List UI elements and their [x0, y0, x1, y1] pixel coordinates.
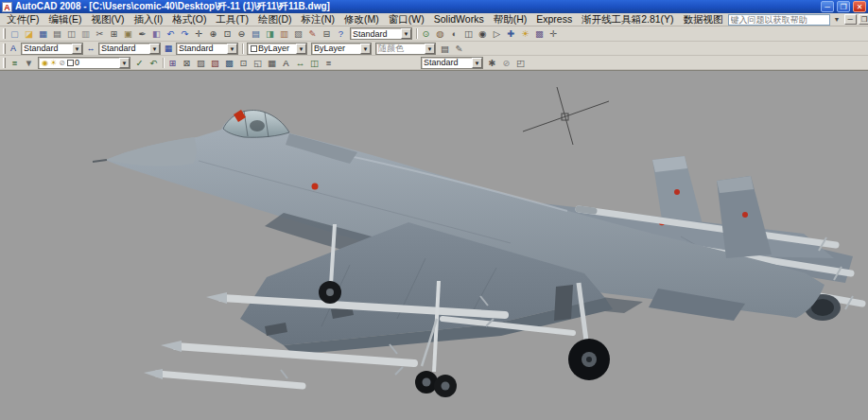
menu-item[interactable]: 插入(I) — [129, 13, 167, 26]
help-icon[interactable]: ? — [334, 27, 348, 41]
redo-icon[interactable]: ↷ — [178, 27, 192, 41]
properties-icon[interactable]: ▤ — [249, 27, 263, 41]
hatch-icon[interactable]: ▧ — [208, 56, 222, 69]
toolbar-grip[interactable] — [3, 28, 6, 39]
camera-icon[interactable]: ◉ — [476, 27, 490, 41]
insert-block-icon[interactable]: ⊞ — [165, 56, 180, 69]
layer-previous-icon[interactable]: ↶ — [147, 56, 161, 69]
dropdown-arrow-icon[interactable]: ▼ — [227, 44, 237, 54]
properties-palette-icon[interactable]: ▤ — [438, 42, 452, 55]
dim-style-combo[interactable]: Standard ▼ — [98, 43, 161, 55]
layer-on-icon[interactable]: ◉ — [41, 59, 49, 67]
menu-item[interactable]: 文件(F) — [2, 13, 43, 26]
region-icon[interactable]: ◱ — [251, 56, 265, 69]
tool-palettes-icon[interactable]: ▥ — [277, 27, 291, 41]
menu-item[interactable]: Express — [531, 13, 577, 26]
3d-orbit-icon[interactable]: ⊙ — [419, 27, 433, 41]
3d-move-icon[interactable]: ✛ — [547, 27, 561, 41]
menu-item[interactable]: 数据视图 — [679, 13, 728, 26]
menu-item[interactable]: 渐开线工具箱2.81(Y) — [577, 13, 678, 26]
dropdown-arrow-icon[interactable]: ▼ — [472, 58, 482, 68]
gradient-icon[interactable]: ▩ — [222, 56, 236, 69]
menu-item[interactable]: 格式(O) — [167, 13, 211, 26]
motion-path-icon[interactable]: ▷ — [490, 27, 504, 41]
cut-icon[interactable]: ✂ — [93, 27, 107, 41]
drawing-viewport[interactable] — [0, 70, 868, 420]
undo-icon[interactable]: ↶ — [164, 27, 178, 41]
lock-ui-icon[interactable]: ⊘ — [499, 56, 513, 69]
boundary-icon[interactable]: ⊡ — [236, 56, 251, 69]
clean-screen-icon[interactable]: ◰ — [513, 56, 528, 69]
list-icon[interactable]: ≡ — [321, 56, 336, 69]
menu-item[interactable]: 绘图(D) — [253, 13, 297, 26]
doc-restore-button[interactable]: ❐ — [859, 14, 868, 25]
designcenter-icon[interactable]: ◨ — [263, 27, 277, 41]
menu-item[interactable]: 修改(M) — [339, 13, 384, 26]
save-icon[interactable]: ▦ — [36, 27, 50, 41]
pan-icon[interactable]: ✛ — [192, 27, 206, 41]
dropdown-arrow-icon[interactable]: ▼ — [296, 44, 306, 54]
menu-item[interactable]: 标注(N) — [297, 13, 340, 26]
layer-filters-icon[interactable]: ▼ — [22, 56, 36, 69]
style-manager-icon[interactable]: ✎ — [452, 42, 466, 55]
area-icon[interactable]: ◫ — [307, 56, 321, 69]
close-button[interactable]: ✕ — [853, 1, 866, 12]
sun-properties-icon[interactable]: ☀ — [518, 27, 532, 41]
zoom-window-icon[interactable]: ⊡ — [220, 27, 234, 41]
markup-set-manager-icon[interactable]: ✎ — [305, 27, 320, 41]
zoom-previous-icon[interactable]: ⊖ — [234, 27, 249, 41]
mtext-icon[interactable]: A — [279, 56, 293, 69]
menu-item[interactable]: 窗口(W) — [384, 13, 429, 26]
dropdown-arrow-icon[interactable]: ▼ — [119, 58, 130, 68]
toolbar-grip[interactable] — [3, 44, 6, 54]
dropdown-arrow-icon[interactable]: ▼ — [360, 44, 371, 54]
layer-properties-manager-icon[interactable]: ≡ — [8, 56, 22, 69]
image-attach-icon[interactable]: ▨ — [194, 56, 208, 69]
toolbar-grip[interactable] — [3, 58, 6, 68]
table-icon[interactable]: ▦ — [265, 56, 279, 69]
zoom-realtime-icon[interactable]: ⊕ — [206, 27, 220, 41]
color-control-combo[interactable]: ByLayer ▼ — [247, 43, 307, 55]
secondary-workspace-combo[interactable]: Standard ▼ — [421, 57, 483, 69]
open-icon[interactable]: ◪ — [22, 27, 36, 41]
menu-item[interactable]: 视图(V) — [86, 13, 129, 26]
help-search-input[interactable] — [728, 14, 830, 26]
quickcalc-icon[interactable]: ⊟ — [320, 27, 334, 41]
dropdown-arrow-icon[interactable]: ▼ — [425, 44, 435, 54]
dropdown-arrow-icon[interactable]: ▼ — [149, 44, 160, 54]
table-style-combo[interactable]: Standard ▼ — [176, 43, 238, 55]
plot-preview-icon[interactable]: ◫ — [64, 27, 78, 41]
text-style-combo[interactable]: Standard ▼ — [21, 43, 83, 55]
match-properties-icon[interactable]: ✒ — [135, 27, 149, 41]
walk-icon[interactable]: ✚ — [504, 27, 518, 41]
copy-icon[interactable]: ⊞ — [107, 27, 121, 41]
menu-item[interactable]: 帮助(H) — [489, 13, 532, 26]
workspace-settings-icon[interactable]: ✱ — [485, 56, 499, 69]
linetype-control-combo[interactable]: ByLayer ▼ — [311, 43, 372, 55]
plotstyle-control-combo[interactable]: 随颜色 ▼ — [375, 43, 436, 55]
paste-icon[interactable]: ▣ — [121, 27, 135, 41]
workspace-combo[interactable]: Standard ▼ — [350, 27, 412, 40]
menu-item[interactable]: 编辑(E) — [43, 13, 86, 26]
block-editor-icon[interactable]: ◧ — [149, 27, 164, 41]
publish-icon[interactable]: ▥ — [78, 27, 93, 41]
qnew-icon[interactable]: ▢ — [8, 27, 22, 41]
named-views-icon[interactable]: ◫ — [461, 27, 476, 41]
help-search-chevron-icon[interactable]: ▼ — [832, 16, 842, 23]
minimize-button[interactable]: ─ — [821, 1, 834, 12]
restore-button[interactable]: ❐ — [837, 1, 850, 12]
layer-lock-icon[interactable]: ⊘ — [58, 59, 66, 67]
visual-styles-icon[interactable]: ◐ — [447, 27, 461, 41]
menu-item[interactable]: 工具(T) — [212, 13, 253, 26]
dropdown-arrow-icon[interactable]: ▼ — [401, 28, 411, 39]
render-icon[interactable]: ◍ — [433, 27, 447, 41]
sheetset-manager-icon[interactable]: ▧ — [291, 27, 305, 41]
distance-icon[interactable]: ↔ — [293, 56, 307, 69]
xref-icon[interactable]: ⊠ — [180, 56, 194, 69]
make-object-layer-current-icon[interactable]: ✓ — [132, 56, 147, 69]
menu-item[interactable]: SolidWorks — [429, 13, 489, 26]
plot-icon[interactable]: ▤ — [50, 27, 64, 41]
dropdown-arrow-icon[interactable]: ▼ — [72, 44, 82, 54]
doc-minimize-button[interactable]: ─ — [844, 14, 857, 25]
layer-thaw-icon[interactable]: ☀ — [49, 59, 58, 67]
